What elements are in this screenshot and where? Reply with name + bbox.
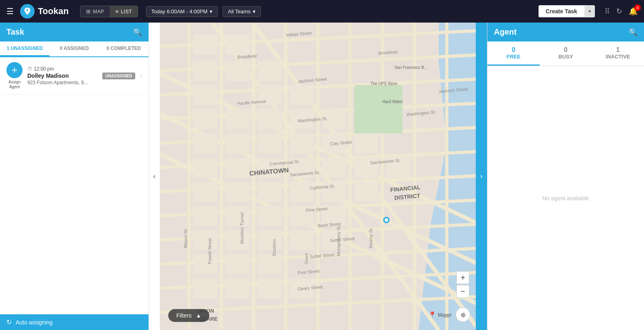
teams-filter[interactable]: All Teams ▾ [223, 6, 261, 17]
agent-panel: Agent 🔍 0 FREE 0 BUSY 1 INACTIVE No agen… [487, 23, 644, 330]
task-search-icon[interactable]: 🔍 [133, 28, 142, 37]
view-toggle: ⊞ MAP ≡ LIST [80, 6, 138, 17]
collapse-task-panel-button[interactable]: ‹ [149, 23, 160, 330]
tab-completed[interactable]: 0 COMPLETED [99, 42, 149, 56]
svg-point-113 [385, 218, 388, 222]
tab-unassigned[interactable]: 1 UNASSIGNED [0, 42, 50, 56]
svg-rect-73 [193, 278, 217, 299]
agent-search-icon[interactable]: 🔍 [629, 28, 638, 37]
svg-text:Stockton: Stockton [272, 239, 277, 256]
table-row[interactable]: + AssignAgent ⏱ 12:00 pm Dolley Madison … [0, 57, 149, 95]
svg-rect-32 [258, 61, 282, 81]
collapse-agent-panel-button[interactable]: › [476, 23, 487, 330]
svg-text:Kearny St.: Kearny St. [368, 228, 373, 248]
top-navigation: ☰ Tookan ⊞ MAP ≡ LIST Today 6:00AM - 4:0… [0, 0, 644, 23]
svg-rect-67 [258, 230, 282, 250]
tab-assigned[interactable]: 0 ASSIGNED [50, 42, 99, 56]
svg-rect-74 [225, 278, 250, 299]
map-area: Vallejo Street Broadway Broadway Jackson… [160, 23, 476, 330]
create-task-dropdown-arrow[interactable]: ▾ [584, 6, 595, 17]
locate-button[interactable]: ⊕ [456, 307, 470, 322]
task-time: ⏱ 12:00 pm [27, 66, 97, 72]
svg-rect-29 [225, 35, 250, 55]
assign-agent-button[interactable]: + [6, 62, 23, 78]
chevron-left-icon: ‹ [153, 172, 156, 181]
svg-rect-35 [290, 85, 314, 105]
filters-bar[interactable]: Filters ▲ [168, 309, 209, 322]
hamburger-icon[interactable]: ☰ [6, 6, 14, 16]
agent-panel-header: Agent 🔍 [487, 23, 644, 42]
svg-rect-37 [225, 109, 250, 129]
svg-rect-70 [193, 254, 217, 274]
svg-rect-30 [193, 61, 217, 81]
svg-rect-68 [290, 230, 314, 250]
svg-rect-41 [193, 133, 217, 154]
svg-text:The UPS Store: The UPS Store [370, 81, 398, 86]
refresh-icon[interactable]: ↻ [616, 7, 622, 16]
task-name: Dolley Madison [27, 73, 97, 79]
no-agent-message: No agent available [543, 195, 589, 201]
zoom-in-button[interactable]: + [456, 271, 469, 284]
create-task-button[interactable]: Create Task ▾ [539, 5, 595, 17]
tab-free[interactable]: 0 FREE [487, 42, 540, 66]
svg-rect-66 [225, 230, 250, 250]
svg-rect-72 [258, 254, 282, 274]
svg-text:San Francisco B...: San Francisco B... [394, 65, 427, 70]
map-view-button[interactable]: ⊞ MAP [80, 6, 110, 17]
assign-agent-area: + AssignAgent [6, 62, 23, 89]
zoom-out-button[interactable]: − [456, 285, 469, 298]
svg-rect-33 [193, 85, 217, 105]
map-controls: + − [456, 271, 469, 298]
locate-icon: ⊕ [460, 311, 466, 319]
svg-rect-31 [225, 61, 250, 81]
svg-text:Powell Street: Powell Street [207, 238, 212, 264]
svg-rect-65 [193, 230, 217, 250]
task-panel: Task 🔍 1 UNASSIGNED 0 ASSIGNED 0 COMPLET… [0, 23, 149, 330]
svg-rect-38 [258, 109, 282, 129]
chevron-right-icon: › [480, 172, 483, 181]
svg-rect-43 [258, 133, 282, 154]
svg-text:Hard Water: Hard Water [382, 100, 403, 104]
agent-panel-title: Agent [494, 27, 517, 37]
svg-text:Mason St.: Mason St. [183, 228, 188, 248]
date-filter[interactable]: Today 6:00AM - 4:00PM ▾ [146, 6, 218, 17]
svg-rect-42 [225, 133, 250, 154]
svg-rect-48 [225, 158, 250, 178]
task-chevron-icon[interactable]: › [140, 73, 142, 79]
svg-rect-51 [322, 158, 346, 178]
task-tabs: 1 UNASSIGNED 0 ASSIGNED 0 COMPLETED [0, 42, 149, 57]
create-task-main[interactable]: Create Task [539, 5, 584, 17]
tab-inactive[interactable]: 1 INACTIVE [592, 42, 644, 66]
logo-area: Tookan [20, 4, 69, 19]
svg-rect-55 [225, 182, 250, 202]
tookan-logo-icon [20, 4, 35, 19]
mappr-logo: 📍 Mappr [428, 311, 452, 319]
svg-rect-28 [193, 35, 217, 55]
task-panel-title: Task [6, 27, 24, 37]
map-icon: ⊞ [86, 8, 91, 15]
auto-assign-label: Auto assigning [16, 319, 53, 326]
auto-assign-bar[interactable]: ↻ Auto assigning [0, 314, 149, 330]
svg-rect-46 [354, 133, 378, 154]
filters-label: Filters [176, 312, 192, 319]
svg-rect-60 [193, 206, 217, 226]
main-layout: Task 🔍 1 UNASSIGNED 0 ASSIGNED 0 COMPLET… [0, 23, 644, 330]
grid-icon[interactable]: ⠿ [605, 7, 610, 16]
task-list: + AssignAgent ⏱ 12:00 pm Dolley Madison … [0, 57, 149, 314]
svg-rect-56 [258, 182, 282, 202]
notification-icon[interactable]: 🔔 4 [629, 7, 638, 16]
svg-rect-77 [354, 85, 402, 133]
list-view-button[interactable]: ≡ LIST [110, 6, 138, 17]
task-info: ⏱ 12:00 pm Dolley Madison 923 Folsom Apa… [27, 66, 97, 85]
svg-rect-62 [258, 206, 282, 226]
agent-list: No agent available [487, 66, 644, 330]
nav-icons: ⠿ ↻ 🔔 4 [605, 7, 638, 16]
map-svg[interactable]: Vallejo Street Broadway Broadway Jackson… [160, 23, 476, 330]
app-name: Tookan [38, 6, 69, 17]
filters-chevron-icon: ▲ [196, 312, 201, 319]
svg-rect-61 [225, 206, 250, 226]
tab-busy[interactable]: 0 BUSY [540, 42, 592, 66]
list-icon: ≡ [116, 8, 119, 15]
chevron-down-icon: ▾ [210, 8, 213, 15]
task-panel-header: Task 🔍 [0, 23, 149, 42]
